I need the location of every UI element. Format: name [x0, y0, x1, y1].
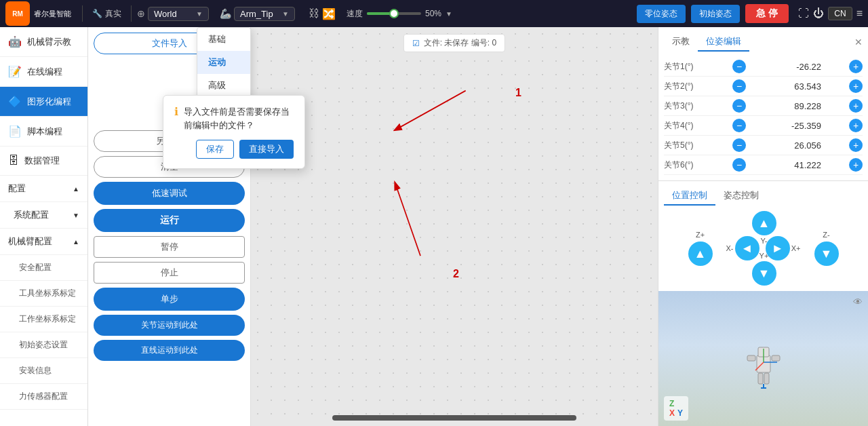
dropdown-item-advanced[interactable]: 高级 [197, 74, 250, 97]
y-minus-button[interactable]: ▲ [752, 211, 776, 235]
arm-label: Arm_Tip [240, 9, 273, 19]
joint-1-minus-button[interactable]: − [732, 60, 746, 73]
arm-dropdown[interactable]: Arm_Tip ▼ [234, 7, 295, 21]
sidebar-item-safety[interactable]: 安全配置 [0, 255, 87, 281]
canvas-scrollbar[interactable] [332, 415, 576, 421]
link-icons: ⛓ 🔀 [309, 7, 336, 20]
separator [82, 5, 83, 22]
dialog-direct-import-button[interactable]: 直接导入 [239, 140, 294, 159]
dropdown-item-motion[interactable]: 运动 [197, 51, 250, 74]
joint-4-minus-button[interactable]: − [732, 119, 746, 132]
joint-3-label: 关节3(°) [664, 100, 705, 112]
joint-3-minus-button[interactable]: − [732, 99, 746, 113]
sidebar-label-arm-config: 机械臂配置 [8, 235, 52, 248]
joint-2-plus-button[interactable]: + [849, 79, 863, 93]
file-status-bar: ☑ 文件: 未保存 编号: 0 [403, 34, 505, 52]
sidebar-label-online-prog: 在线编程 [27, 66, 62, 78]
axis-x: X [669, 408, 675, 418]
joint-2-minus-button[interactable]: − [732, 79, 746, 93]
sidebar-label-robot-teach: 机械臂示教 [27, 36, 71, 48]
header-right-icons: ⛶ ⏻ CN ≡ [798, 7, 863, 20]
chain-icon: ⛓ [309, 7, 319, 20]
pose-editor: 示教 位姿编辑 ✕ 关节1(°) − -26.22 + 关节2(°) − 63.… [658, 27, 868, 181]
joint-1-value: -26.22 [774, 62, 821, 72]
sidebar-item-script-prog[interactable]: 📄 脚本编程 [0, 117, 87, 147]
init-pose-button[interactable]: 初始姿态 [691, 5, 740, 23]
sidebar-item-system-config[interactable]: 系统配置 ▼ [0, 202, 87, 229]
robot-3d-figure [743, 335, 784, 392]
pose-close-icon[interactable]: ✕ [854, 37, 863, 47]
joint-5-plus-button[interactable]: + [849, 138, 863, 152]
pause-button[interactable]: 暂停 [94, 236, 245, 258]
world-arrow-icon: ▼ [196, 10, 203, 18]
tab-position-control[interactable]: 位置控制 [664, 187, 715, 206]
dropdown-item-basic[interactable]: 基础 [197, 28, 250, 51]
fullscreen-icon[interactable]: ⛶ [798, 7, 809, 20]
sidebar-item-init-pose[interactable]: 初始姿态设置 [0, 332, 87, 358]
sidebar-item-robot-teach[interactable]: 🤖 机械臂示教 [0, 27, 87, 57]
sidebar-item-force-sensor[interactable]: 力传感器配置 [0, 384, 87, 410]
speed-slider[interactable] [367, 12, 421, 15]
data-mgmt-icon: 🗄 [8, 155, 19, 167]
joint-6-label: 关节6(°) [664, 159, 705, 171]
right-panel: 示教 位姿编辑 ✕ 关节1(°) − -26.22 + 关节2(°) − 63.… [658, 27, 868, 426]
joint-4-plus-button[interactable]: + [849, 119, 863, 132]
center-area: 文件导入 基础 运动 高级 另存为 清空 低速调试 运行 暂停 停止 单步 关节… [88, 27, 658, 426]
dropdown-menu: 基础 运动 高级 [197, 27, 251, 98]
arm-icon: 🦾 [220, 8, 231, 19]
mode-tool[interactable]: 🔧 真实 [88, 7, 125, 21]
file-status-check-icon: ☑ [412, 39, 420, 48]
zero-pose-button[interactable]: 零位姿态 [637, 5, 686, 23]
joint-6-minus-button[interactable]: − [732, 158, 746, 172]
logo-icon: RM [5, 1, 30, 26]
x-minus-label: X- [726, 244, 734, 252]
z-minus-area: Z- ▼ [814, 231, 839, 266]
low-speed-debug-button[interactable]: 低速调试 [94, 182, 245, 205]
z-plus-area: Z+ ▲ [688, 231, 713, 266]
joint-6-plus-button[interactable]: + [849, 158, 863, 172]
sidebar-item-tool-calib[interactable]: 工具坐标系标定 [0, 281, 87, 307]
left-panel: 文件导入 基础 运动 高级 另存为 清空 低速调试 运行 暂停 停止 单步 关节… [88, 27, 251, 426]
sidebar-item-install-info[interactable]: 安装信息 [0, 358, 87, 384]
tab-pose-control[interactable]: 姿态控制 [715, 187, 767, 206]
joint-5-minus-button[interactable]: − [732, 138, 746, 152]
dpad-container: Z+ ▲ ▲ Y- ◄ X- [664, 211, 863, 286]
sidebar-item-work-calib[interactable]: 工作坐标系标定 [0, 307, 87, 332]
power-icon[interactable]: ⏻ [813, 7, 824, 20]
sidebar-item-data-mgmt[interactable]: 🗄 数据管理 [0, 147, 87, 176]
y-plus-button[interactable]: ▼ [752, 261, 776, 286]
joint-4-label: 关节4(°) [664, 120, 705, 132]
sidebar-item-config[interactable]: 配置 ▲ [0, 176, 87, 202]
sidebar-label-config: 配置 [8, 182, 26, 195]
single-step-button[interactable]: 单步 [94, 288, 245, 311]
tab-pose-edit[interactable]: 位姿编辑 [698, 33, 749, 52]
linear-move-button[interactable]: 直线运动到此处 [94, 340, 245, 361]
dialog-save-button[interactable]: 保存 [196, 140, 234, 159]
world-dropdown[interactable]: World ▼ [148, 7, 209, 21]
online-prog-icon: 📝 [8, 65, 22, 78]
joint-row-2: 关节2(°) − 63.543 + [664, 77, 863, 96]
eye-icon[interactable]: 👁 [853, 296, 863, 307]
emergency-stop-button[interactable]: 急 停 [745, 4, 789, 23]
axis-y: Y [677, 408, 683, 418]
z-minus-button[interactable]: ▼ [814, 241, 839, 266]
dialog-header: ℹ 导入文件前是否需要保存当前编辑中的文件？ [174, 105, 294, 132]
position-control: 位置控制 姿态控制 Z+ ▲ ▲ Y- ◄ [658, 181, 868, 291]
joint-1-plus-button[interactable]: + [849, 60, 863, 73]
stop-button[interactable]: 停止 [94, 262, 245, 284]
more-icon[interactable]: ≡ [856, 7, 863, 20]
joint-move-button[interactable]: 关节运动到此处 [94, 315, 245, 336]
sidebar-item-online-prog[interactable]: 📝 在线编程 [0, 57, 87, 87]
joint-row-6: 关节6(°) − 41.222 + [664, 155, 863, 175]
joint-2-label: 关节2(°) [664, 81, 705, 92]
sidebar-label-force-sensor: 力传感器配置 [19, 391, 68, 401]
language-button[interactable]: CN [828, 7, 852, 20]
run-button[interactable]: 运行 [94, 209, 245, 232]
sidebar-item-graphic-prog[interactable]: 🔷 图形化编程 [0, 87, 87, 117]
tab-teach[interactable]: 示教 [664, 33, 698, 52]
joint-2-value: 63.543 [774, 81, 821, 92]
z-plus-button[interactable]: ▲ [688, 241, 713, 266]
joint-3-plus-button[interactable]: + [849, 99, 863, 113]
svg-line-1 [395, 91, 466, 130]
sidebar-item-arm-config[interactable]: 机械臂配置 ▲ [0, 229, 87, 255]
